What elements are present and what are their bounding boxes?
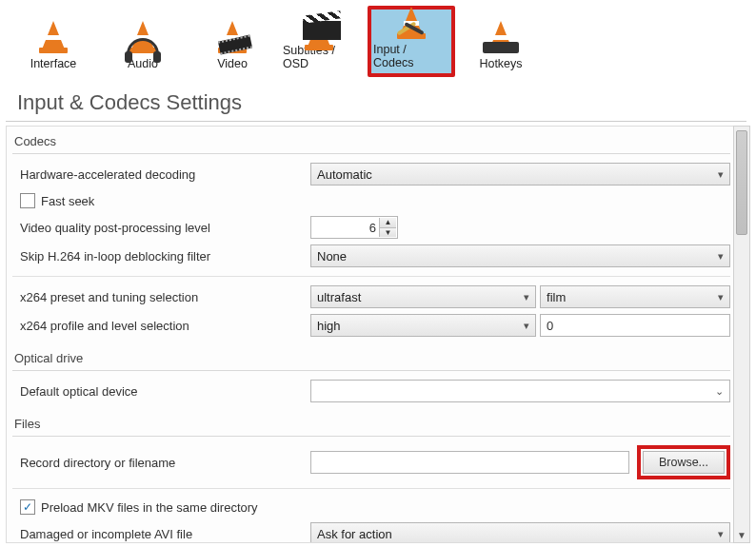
hw-decoding-combo[interactable]: Automatic	[310, 163, 730, 186]
hw-decoding-label: Hardware-accelerated decoding	[20, 167, 310, 182]
avi-label: Damaged or incomplete AVI file	[20, 527, 310, 541]
fast-seek-label: Fast seek	[41, 194, 94, 208]
x264-level-input[interactable]: 0	[540, 314, 730, 337]
tab-audio[interactable]: Audio	[99, 6, 187, 77]
skip-loop-combo[interactable]: None	[310, 244, 730, 267]
spin-down-icon[interactable]: ▼	[379, 228, 396, 238]
cone-feathers-icon	[390, 13, 432, 39]
spin-up-icon[interactable]: ▲	[379, 218, 396, 228]
settings-scroll-area: Codecs Hardware-accelerated decoding Aut…	[6, 126, 750, 543]
tab-label: Hotkeys	[479, 57, 522, 70]
tab-hotkeys[interactable]: Hotkeys	[457, 6, 545, 77]
settings-category-toolbar: Interface Audio Video Subtitles / OSD In…	[0, 0, 756, 77]
tab-label: Input / Codecs	[373, 43, 449, 69]
record-dir-label: Record directory or filename	[20, 456, 310, 470]
browse-button[interactable]: Browse...	[643, 451, 725, 474]
preload-mkv-checkbox[interactable]: ✓	[20, 499, 35, 515]
cone-headphones-icon	[122, 15, 164, 53]
default-optical-combo[interactable]	[310, 380, 730, 402]
x264-profile-combo[interactable]: high	[310, 314, 536, 337]
x264-profile-label: x264 profile and level selection	[20, 319, 310, 333]
spinner-buttons[interactable]: ▲ ▼	[379, 218, 396, 237]
record-dir-input[interactable]	[310, 451, 629, 474]
default-optical-label: Default optical device	[20, 384, 310, 399]
tab-video[interactable]: Video	[189, 6, 276, 77]
preload-mkv-label: Preload MKV files in the same directory	[41, 500, 258, 515]
cone-clapper-icon	[295, 12, 348, 40]
group-title-codecs: Codecs	[12, 132, 730, 150]
video-quality-spinbox[interactable]: 6 ▲ ▼	[310, 216, 398, 239]
avi-combo[interactable]: Ask for action	[310, 522, 730, 543]
cone-keyboard-icon	[479, 15, 523, 53]
group-title-files: Files	[12, 415, 730, 433]
fast-seek-checkbox[interactable]	[20, 193, 35, 208]
vertical-scrollbar[interactable]: ▲ ▼	[733, 126, 750, 543]
tab-label: Video	[217, 57, 248, 70]
skip-loop-label: Skip H.264 in-loop deblocking filter	[20, 249, 310, 264]
scrollbar-thumb[interactable]	[736, 130, 747, 235]
x264-preset-combo[interactable]: ultrafast	[310, 285, 536, 308]
tab-input-codecs[interactable]: Input / Codecs	[368, 6, 455, 77]
x264-tuning-combo[interactable]: film	[540, 285, 730, 308]
video-quality-label: Video quality post-processing level	[20, 221, 310, 235]
tab-subtitles-osd[interactable]: Subtitles / OSD	[278, 6, 366, 77]
x264-preset-label: x264 preset and tuning selection	[20, 290, 310, 304]
scroll-down-icon[interactable]: ▼	[736, 527, 747, 542]
highlight-annotation: Browse...	[637, 445, 730, 479]
page-title: Input & Codecs Settings	[6, 77, 746, 122]
tab-interface[interactable]: Interface	[10, 6, 97, 77]
group-title-optical: Optical drive	[12, 349, 730, 367]
cone-icon	[35, 15, 71, 53]
cone-film-icon	[208, 15, 257, 53]
tab-label: Interface	[30, 57, 77, 70]
